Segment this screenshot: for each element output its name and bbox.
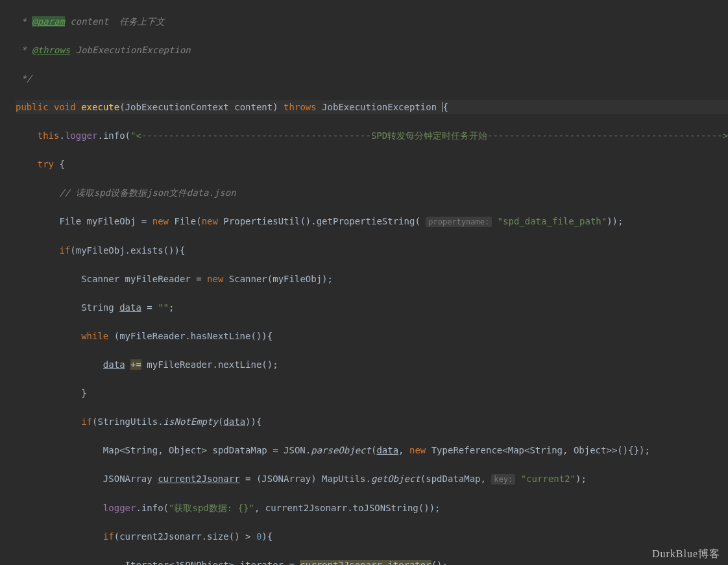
code-line: Iterator<JSONObject> iterator = current2… [16, 558, 728, 565]
code-line: JSONArray current2Jsonarr = (JSONArray) … [16, 472, 728, 487]
code-editor[interactable]: * @param content 任务上下文 * @throws JobExec… [0, 0, 728, 565]
code-line: if(current2Jsonarr.size() > 0){ [16, 529, 728, 544]
code-line: String data = ""; [16, 300, 728, 315]
code-line: File myFileObj = new File(new Properties… [16, 214, 728, 229]
watermark-text: DurkBlue博客 [652, 547, 720, 561]
code-line: try { [16, 157, 728, 171]
code-line: // 读取spd设备数据json文件data.json [16, 186, 728, 200]
code-line: */ [16, 71, 728, 86]
code-line: this.logger.info("<---------------------… [16, 128, 728, 143]
code-line: * @param content 任务上下文 [16, 14, 728, 29]
code-line: logger.info("获取spd数据: {}", current2Jsona… [16, 501, 728, 515]
code-line: } [16, 386, 728, 400]
code-line: Map<String, Object> spdDataMap = JSON.pa… [16, 443, 728, 457]
code-line: if(myFileObj.exists()){ [16, 243, 728, 258]
code-line: * @throws JobExecutionException [16, 43, 728, 57]
code-line-active: public void execute(JobExecutionContext … [16, 100, 728, 114]
code-line: data += myFileReader.nextLine(); [16, 357, 728, 372]
code-line: if(StringUtils.isNotEmpty(data)){ [16, 415, 728, 429]
code-line: Scanner myFileReader = new Scanner(myFil… [16, 272, 728, 286]
code-line: while (myFileReader.hasNextLine()){ [16, 329, 728, 343]
